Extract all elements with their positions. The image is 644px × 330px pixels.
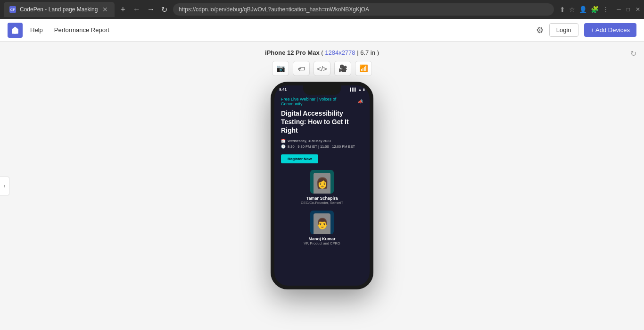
refresh-button[interactable]: ↻ <box>159 3 169 16</box>
back-button[interactable]: ← <box>131 3 142 16</box>
network-button[interactable]: 📶 <box>355 61 372 76</box>
event-date: Wednesday, 31st May 2023 <box>288 139 331 143</box>
window-controls: ─ □ ✕ <box>617 6 640 13</box>
browser-actions: ⬆ ☆ 👤 🧩 ⋮ <box>560 6 609 13</box>
url-text: https://cdpn.io/pen/debug/qBJwOvL?authen… <box>179 6 369 13</box>
code-button[interactable]: </> <box>314 61 330 76</box>
speaker-1-name: Tamar Schapira <box>306 196 338 201</box>
phone-status-icons: ▌▌▌ ▲ ▮ <box>350 88 365 92</box>
settings-button[interactable]: ⚙ <box>536 25 544 35</box>
screenshot-button[interactable]: 📷 <box>272 61 289 76</box>
wifi-icon: ▲ <box>358 88 362 91</box>
code-icon: </> <box>317 65 327 73</box>
event-time-row: 🕐 8:30 - 9:30 PM IST | 11:00 - 12:00 PM … <box>281 144 363 149</box>
new-tab-button[interactable]: + <box>120 5 125 15</box>
browser-tab[interactable]: CP CodePen - Land page Masking ✕ <box>4 2 115 17</box>
app-logo <box>8 23 23 38</box>
megaphone-icon: 📣 <box>358 99 363 104</box>
app-actions: ⚙ Login + Add Devices <box>536 23 636 37</box>
menu-icon[interactable]: ⋮ <box>603 6 609 13</box>
network-icon: 📶 <box>359 64 368 73</box>
device-toolbar: 📷 🏷 </> 🎥 📶 <box>272 61 372 76</box>
event-meta: 📅 Wednesday, 31st May 2023 🕐 8:30 - 9:30… <box>281 139 363 149</box>
calendar-icon: 📅 <box>281 139 286 143</box>
battery-icon: ▮ <box>363 88 365 92</box>
speaker-image-1: 👩 <box>314 173 330 194</box>
phone-screen: Free Live Webinar | Voices of Community … <box>274 85 370 286</box>
forward-button[interactable]: → <box>145 3 157 16</box>
share-icon[interactable]: ⬆ <box>560 6 565 13</box>
tab-favicon: CP <box>9 6 16 13</box>
tab-close-icon[interactable]: ✕ <box>101 5 109 14</box>
register-button[interactable]: Register Now <box>281 154 318 163</box>
extension-icon[interactable]: 🧩 <box>591 6 599 13</box>
speaker-1-title: CEO/Co-Founder, SenseIT <box>301 201 343 205</box>
phone-time: 9:41 <box>279 87 287 92</box>
tab-title: CodePen - Land page Masking <box>20 6 98 13</box>
screenshot-icon: 📷 <box>276 64 285 73</box>
minimize-button[interactable]: ─ <box>617 6 621 13</box>
mask-icon: 🏷 <box>298 65 305 73</box>
refresh-corner-icon[interactable]: ↻ <box>630 49 636 58</box>
login-button[interactable]: Login <box>549 23 578 37</box>
performance-report-link[interactable]: Performance Report <box>54 26 109 34</box>
phone-mockup: 9:41 ▌▌▌ ▲ ▮ Free Live Webinar | Voices … <box>271 82 373 289</box>
maximize-button[interactable]: □ <box>627 6 630 13</box>
close-button[interactable]: ✕ <box>636 6 640 13</box>
app-bar: Help Performance Report ⚙ Login + Add De… <box>0 19 644 42</box>
browser-nav: ← → ↻ <box>131 3 169 16</box>
device-label: iPhone 12 Pro Max ( 1284x2778 | 6.7 in ) <box>265 49 379 56</box>
app-nav: Help Performance Report <box>30 26 536 34</box>
main-content: › ↻ iPhone 12 Pro Max ( 1284x2778 | 6.7 … <box>0 42 644 330</box>
device-name: iPhone 12 Pro Max <box>265 49 320 56</box>
webinar-text: Free Live Webinar | Voices of Community <box>281 97 356 106</box>
speaker-2-name: Manoj Kumar <box>308 237 335 241</box>
clock-icon: 🕐 <box>281 144 286 149</box>
bookmark-icon[interactable]: ☆ <box>569 6 575 13</box>
speaker-avatar-2: 👨 <box>310 211 334 234</box>
event-date-row: 📅 Wednesday, 31st May 2023 <box>281 139 363 143</box>
device-size: 6.7 in <box>360 49 375 56</box>
webinar-tag: Free Live Webinar | Voices of Community … <box>281 97 363 106</box>
sidebar-toggle[interactable]: › <box>0 177 9 195</box>
profile-icon[interactable]: 👤 <box>579 6 587 13</box>
phone-status-bar: 9:41 ▌▌▌ ▲ ▮ <box>279 87 365 92</box>
browser-chrome: CP CodePen - Land page Masking ✕ + ← → ↻… <box>0 0 644 19</box>
event-time-range: 8:30 - 9:30 PM IST | 11:00 - 12:00 PM ES… <box>288 144 355 149</box>
speaker-avatar-1: 👩 <box>310 170 334 194</box>
signal-icon: ▌▌▌ <box>350 88 357 91</box>
speaker-card-2: 👨 Manoj Kumar VP, Product and CPRO <box>281 211 363 245</box>
phone-wrapper: 9:41 ▌▌▌ ▲ ▮ Free Live Webinar | Voices … <box>271 82 373 289</box>
video-icon: 🎥 <box>339 64 347 73</box>
add-devices-button[interactable]: + Add Devices <box>584 23 636 37</box>
speaker-person-icon-2: 👨 <box>316 219 329 229</box>
speaker-person-icon-1: 👩 <box>316 178 329 188</box>
device-dimensions: 1284x2778 <box>325 49 355 56</box>
address-bar[interactable]: https://cdpn.io/pen/debug/qBJwOvL?authen… <box>173 3 554 16</box>
video-button[interactable]: 🎥 <box>334 61 351 76</box>
help-nav-link[interactable]: Help <box>30 26 43 34</box>
speaker-image-2: 👨 <box>314 213 330 234</box>
speaker-card-1: 👩 Tamar Schapira CEO/Co-Founder, SenseIT <box>281 170 363 205</box>
mask-button[interactable]: 🏷 <box>293 61 310 76</box>
event-title: Digital Accessibility Testing: How to Ge… <box>281 109 363 135</box>
speaker-2-title: VP, Product and CPRO <box>304 241 340 245</box>
logo-icon <box>11 26 19 34</box>
